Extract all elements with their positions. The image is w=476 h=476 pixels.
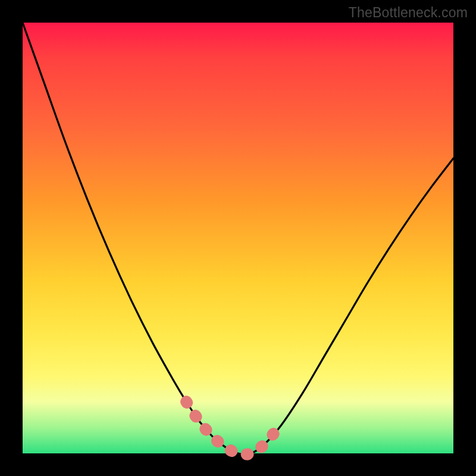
curve-svg [23, 23, 453, 453]
plot-area [23, 23, 453, 453]
highlight-curve-path [186, 402, 277, 455]
chart-frame: TheBottleneck.com [0, 0, 476, 476]
main-curve-path [23, 23, 453, 455]
watermark-text: TheBottleneck.com [349, 5, 468, 21]
